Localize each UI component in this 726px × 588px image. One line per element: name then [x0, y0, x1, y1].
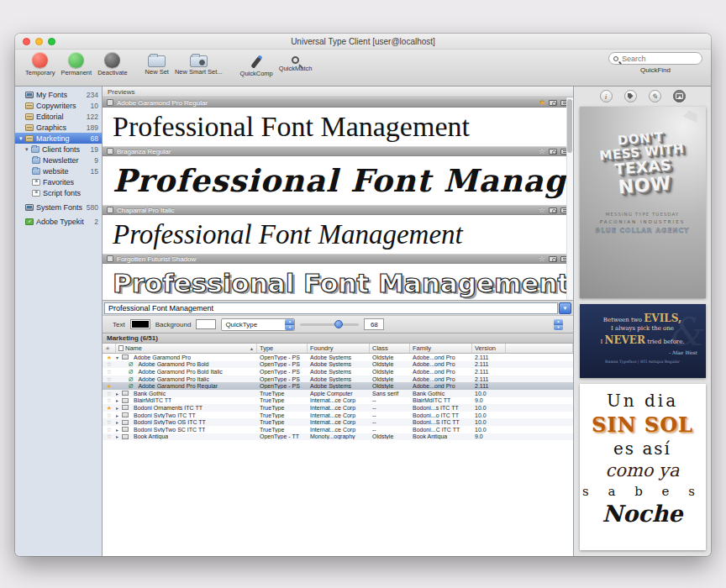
disclosure-triangle[interactable]: [116, 391, 122, 396]
favorite-star-icon[interactable]: [103, 376, 116, 382]
font-row[interactable]: Bank Gothic TrueType Apple Computer Sans…: [103, 390, 573, 397]
font-size-value[interactable]: 68: [364, 318, 384, 330]
column-header-star[interactable]: [103, 344, 116, 353]
column-header-class[interactable]: Class: [370, 344, 410, 353]
favorite-star-icon[interactable]: [103, 412, 116, 418]
quickmatch-button[interactable]: QuickMatch: [279, 52, 313, 72]
disclosure-triangle[interactable]: [116, 433, 122, 439]
font-suitcase-icon: [122, 412, 129, 417]
disclosure-triangle[interactable]: [116, 412, 122, 418]
background-color-swatch[interactable]: [196, 319, 216, 329]
temporary-activate-button[interactable]: Temporary: [25, 52, 55, 76]
favorite-star-icon[interactable]: [103, 361, 116, 367]
sample-history-dropdown-icon[interactable]: [559, 302, 571, 314]
font-size-stepper[interactable]: ▲▼: [554, 319, 563, 330]
sidebar-item-my-fonts[interactable]: My Fonts 234: [15, 89, 102, 100]
disclosure-triangle[interactable]: [19, 135, 25, 142]
titlebar[interactable]: Universal Type Client [user@localhost]: [15, 34, 711, 50]
preview-tab[interactable]: [673, 90, 686, 102]
info-tab[interactable]: i: [600, 90, 613, 102]
search-input[interactable]: [622, 55, 697, 63]
font-row[interactable]: Adobe Garamond Pro OpenType - PS Adobe S…: [103, 354, 573, 361]
cell-foundry: Adobe Systems: [308, 383, 370, 389]
search-field[interactable]: [608, 52, 702, 65]
font-row[interactable]: BlairMdITC TT TrueType Internat...ce Cor…: [103, 397, 573, 405]
close-button[interactable]: [23, 38, 30, 45]
font-row[interactable]: Adobe Garamond Pro Italic OpenType - PS …: [103, 375, 573, 383]
preview-section-header[interactable]: Braganza Regular: [103, 146, 573, 156]
favorite-star-icon[interactable]: [103, 397, 116, 403]
sidebar-item-editorial[interactable]: Editorial 122: [15, 111, 102, 122]
cell-family: Bodoni...o ITC TT: [410, 412, 472, 418]
font-size-slider[interactable]: [300, 323, 359, 326]
font-row[interactable]: Bodoni SvtyTwo ITC TT TrueType Internat.…: [103, 412, 573, 419]
sidebar-item-marketing[interactable]: Marketing 68: [15, 133, 102, 144]
snapshot-icon[interactable]: [549, 256, 557, 262]
slider-knob[interactable]: [334, 320, 343, 328]
sidebar-item-client-fonts[interactable]: Client fonts 19: [15, 144, 102, 155]
zoom-button[interactable]: [48, 38, 55, 45]
favorite-star-icon[interactable]: [539, 148, 545, 155]
font-row[interactable]: Adobe Garamond Pro Bold Italic OpenType …: [103, 368, 573, 375]
disclosure-triangle[interactable]: [116, 354, 122, 360]
scrollbar-thumb[interactable]: [567, 99, 572, 153]
preview-section-header[interactable]: Adobe Garamond Pro Regular: [103, 97, 573, 108]
licenses-tab[interactable]: ✎: [649, 90, 661, 102]
font-row[interactable]: Bodoni Ornaments ITC TT TrueType Interna…: [103, 404, 573, 412]
disclosure-triangle[interactable]: [25, 146, 31, 153]
favorite-star-icon[interactable]: [103, 391, 116, 396]
preview-mode-select[interactable]: QuickType ▲▼: [221, 318, 295, 331]
quickcomp-button[interactable]: QuickComp: [240, 52, 273, 77]
sidebar-item-graphics[interactable]: Graphics 189: [15, 122, 102, 133]
preview-font-name: Forgotten Futurist Shadow: [117, 255, 196, 263]
disclosure-triangle[interactable]: [116, 405, 122, 411]
column-header-foundry[interactable]: Foundry: [308, 344, 370, 353]
sidebar-item-favorites[interactable]: Favorites: [15, 176, 102, 187]
text-color-swatch[interactable]: [130, 319, 150, 329]
column-header-name[interactable]: Name ▲: [116, 344, 257, 353]
font-row[interactable]: Adobe Garamond Pro Bold OpenType - PS Ad…: [103, 361, 573, 369]
favorite-star-icon[interactable]: [539, 207, 545, 214]
favorite-star-icon[interactable]: [103, 405, 116, 411]
deactivate-button[interactable]: Deactivate: [97, 52, 127, 76]
preview-section-header[interactable]: Chaparral Pro Italic: [103, 205, 573, 215]
new-set-button[interactable]: New Set: [145, 52, 169, 76]
font-row[interactable]: Bodoni SvtyTwo OS ITC TT TrueType Intern…: [103, 418, 573, 426]
sidebar-item-website[interactable]: website 15: [15, 165, 102, 176]
disclosure-triangle[interactable]: [116, 427, 122, 433]
favorite-star-icon[interactable]: [103, 354, 116, 360]
column-header-type[interactable]: Type: [257, 344, 308, 353]
tags-tab[interactable]: [624, 90, 637, 102]
cell-type: OpenType - PS: [257, 354, 308, 360]
snapshot-icon[interactable]: [549, 207, 557, 213]
favorite-star-icon[interactable]: [539, 255, 545, 263]
font-row[interactable]: Bodoni SvtyTwo SC ITC TT TrueType Intern…: [103, 426, 573, 433]
preview-section-header[interactable]: Forgotten Futurist Shadow: [103, 254, 573, 264]
sample-text-input[interactable]: [104, 302, 558, 314]
sidebar-item-system-fonts[interactable]: System Fonts 580: [15, 202, 102, 213]
favorite-star-icon[interactable]: [539, 99, 545, 107]
disclosure-triangle[interactable]: [116, 419, 122, 425]
permanent-activate-button[interactable]: Permanent: [60, 52, 92, 76]
sidebar-item-script-fonts[interactable]: Script fonts: [15, 187, 102, 198]
column-header-family[interactable]: Family: [410, 344, 472, 353]
cell-family: Adobe...ond Pro: [410, 369, 472, 375]
minimize-button[interactable]: [35, 38, 43, 45]
snapshot-icon[interactable]: [549, 100, 557, 106]
font-row-selected[interactable]: Adobe Garamond Pro Regular OpenType - PS…: [103, 382, 573, 390]
favorite-star-icon[interactable]: [103, 419, 116, 425]
favorite-star-icon[interactable]: [103, 427, 116, 433]
snapshot-icon[interactable]: [549, 149, 557, 155]
sidebar-item-copywriters[interactable]: Copywriters 10: [15, 100, 102, 111]
favorite-star-icon[interactable]: [103, 369, 116, 375]
sidebar-item-newsletter[interactable]: Newsletter 9: [15, 155, 102, 165]
favorite-star-icon[interactable]: [103, 433, 116, 439]
sidebar-item-adobe-typekit[interactable]: Adobe Typekit 2: [15, 216, 102, 227]
favorite-star-icon[interactable]: [103, 383, 116, 389]
column-header-version[interactable]: Version: [472, 344, 506, 353]
new-smart-set-button[interactable]: New Smart Set...: [175, 52, 223, 76]
disclosure-triangle[interactable]: [116, 397, 122, 403]
cell-foundry: Internat...ce Corp: [308, 397, 370, 403]
font-row[interactable]: Book Antiqua OpenType - TT Monoty...ogra…: [103, 433, 573, 441]
previews-scrollbar[interactable]: [566, 97, 573, 300]
